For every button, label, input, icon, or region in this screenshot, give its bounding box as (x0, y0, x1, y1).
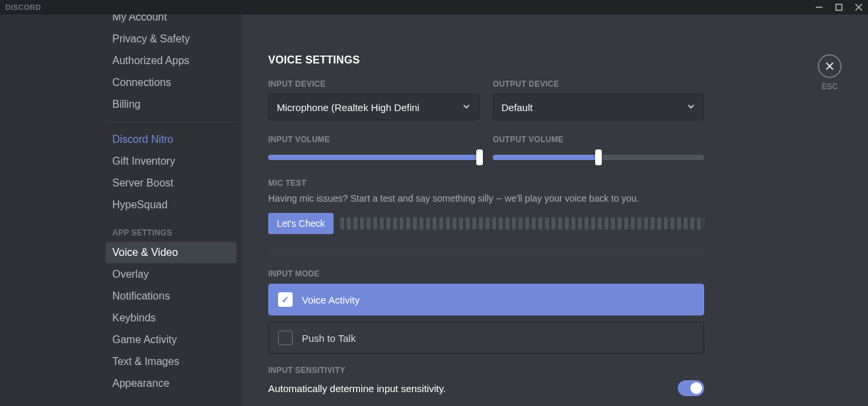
svg-rect-1 (836, 5, 842, 11)
sidebar-item-text-images[interactable]: Text & Images (106, 351, 236, 372)
sidebar-item-keybinds[interactable]: Keybinds (106, 307, 236, 329)
slider-fill (493, 155, 598, 160)
mic-test-label: MIC TEST (268, 179, 704, 188)
slider-thumb[interactable] (595, 149, 602, 165)
radio-label: Push to Talk (302, 333, 355, 344)
chevron-down-icon (686, 102, 696, 113)
sidebar-item-server-boost[interactable]: Server Boost (106, 173, 236, 194)
input-device-label: INPUT DEVICE (268, 79, 480, 89)
settings-content: ESC VOICE SETTINGS INPUT DEVICE Micropho… (242, 15, 868, 406)
close-icon (824, 61, 835, 71)
settings-sidebar: My Account Privacy & Safety Authorized A… (0, 15, 242, 406)
input-volume-label: INPUT VOLUME (268, 135, 480, 144)
close-window-icon[interactable] (855, 3, 863, 11)
sidebar-item-notifications[interactable]: Notifications (106, 286, 236, 307)
input-device-select[interactable]: Microphone (Realtek High Defini (268, 94, 480, 120)
divider (268, 253, 704, 253)
close-button[interactable] (818, 54, 842, 78)
app-name: DISCORD (5, 3, 41, 11)
input-sensitivity-label: INPUT SENSITIVITY (268, 366, 704, 375)
output-volume-slider[interactable] (493, 149, 704, 165)
maximize-icon[interactable] (835, 3, 843, 11)
input-volume-slider[interactable] (268, 149, 480, 165)
input-mode-label: INPUT MODE (268, 269, 704, 278)
input-device-value: Microphone (Realtek High Defini (277, 102, 419, 113)
checkbox: ✓ (278, 292, 293, 307)
output-device-label: OUTPUT DEVICE (493, 79, 704, 89)
sidebar-item-privacy-safety[interactable]: Privacy & Safety (106, 28, 236, 50)
sidebar-item-my-account[interactable]: My Account (106, 15, 236, 28)
sidebar-item-connections[interactable]: Connections (106, 72, 236, 93)
sidebar-item-overlay[interactable]: Overlay (106, 264, 236, 285)
close-settings: ESC (818, 54, 842, 91)
slider-thumb[interactable] (476, 149, 483, 165)
output-volume-label: OUTPUT VOLUME (493, 135, 704, 144)
check-icon: ✓ (281, 294, 289, 305)
window-controls (815, 3, 863, 11)
output-device-select[interactable]: Default (493, 94, 704, 120)
auto-sensitivity-toggle[interactable] (678, 380, 704, 396)
toggle-knob (690, 382, 702, 394)
titlebar: DISCORD (0, 0, 868, 15)
sidebar-divider (106, 122, 235, 122)
sidebar-item-billing[interactable]: Billing (106, 94, 236, 115)
sidebar-item-hypesquad[interactable]: HypeSquad (106, 194, 236, 216)
close-label: ESC (818, 82, 842, 91)
sidebar-item-voice-video[interactable]: Voice & Video (106, 242, 236, 263)
mic-level-meter (340, 218, 704, 229)
input-mode-push-to-talk[interactable]: ✓ Push to Talk (268, 322, 704, 354)
checkbox: ✓ (278, 331, 293, 345)
sidebar-item-appearance[interactable]: Appearance (106, 373, 236, 394)
sidebar-item-discord-nitro[interactable]: Discord Nitro (106, 129, 236, 150)
chevron-down-icon (462, 102, 471, 113)
slider-fill (268, 155, 480, 160)
sidebar-item-game-activity[interactable]: Game Activity (106, 329, 236, 350)
sidebar-item-gift-inventory[interactable]: Gift Inventory (106, 151, 236, 172)
radio-label: Voice Activity (302, 294, 360, 305)
mic-test-description: Having mic issues? Start a test and say … (268, 193, 704, 204)
output-device-value: Default (501, 102, 533, 113)
minimize-icon[interactable] (815, 3, 823, 11)
auto-sensitivity-label: Automatically determine input sensitivit… (268, 383, 446, 394)
sidebar-item-authorized-apps[interactable]: Authorized Apps (106, 50, 236, 71)
mic-test-button[interactable]: Let's Check (268, 213, 334, 234)
sidebar-header-app-settings: APP SETTINGS (106, 216, 242, 241)
input-mode-voice-activity[interactable]: ✓ Voice Activity (268, 284, 704, 315)
page-title: VOICE SETTINGS (268, 54, 704, 66)
